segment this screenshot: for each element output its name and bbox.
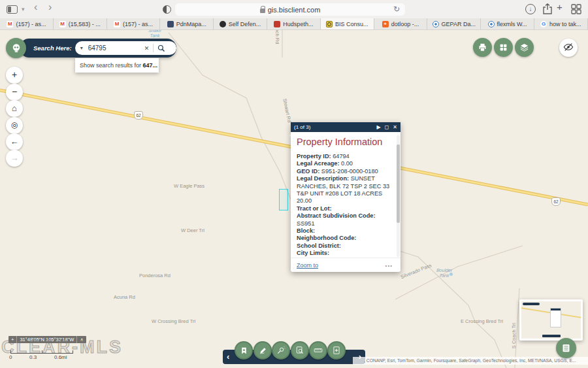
- road-label-w-eagle-pass: W Eagle Pass: [174, 183, 204, 189]
- layers-icon: [519, 42, 529, 52]
- downloads-button[interactable]: ↓: [525, 4, 536, 14]
- draw-tool-button[interactable]: [253, 341, 272, 360]
- tab-google-search[interactable]: Ghow to tak...: [534, 18, 588, 29]
- browser-forward-button[interactable]: ›: [48, 3, 52, 12]
- zoom-in-button[interactable]: +: [6, 67, 23, 84]
- highway-shield-62: 62: [134, 111, 143, 120]
- field-city-limits: City Limits:: [297, 250, 392, 257]
- hide-ui-button[interactable]: [559, 39, 578, 57]
- pdnmapa-icon: [167, 21, 174, 27]
- bookmarks-tool-button[interactable]: [235, 341, 253, 360]
- pencil-icon: [259, 346, 267, 355]
- popup-pager: (1 of 3): [294, 124, 373, 130]
- reload-icon[interactable]: ↻: [393, 5, 400, 14]
- popup-header[interactable]: (1 of 3) ▶ ◻ ✕: [291, 122, 400, 132]
- hudspeth-icon: [274, 21, 280, 27]
- selected-parcel-highlight[interactable]: [279, 189, 288, 210]
- road-label-w-deer-trl: W Deer Trl: [181, 227, 204, 233]
- field-neighborhood-code: Neighborhood Code:: [297, 235, 392, 242]
- gmail-icon: M: [59, 21, 66, 27]
- privacy-shield-icon[interactable]: [163, 5, 171, 14]
- scale-tick-0: 0: [9, 354, 12, 360]
- highway-shield-62: 62: [551, 197, 561, 206]
- share-icon[interactable]: [542, 3, 553, 15]
- add-data-tool-button[interactable]: [327, 341, 346, 360]
- search-label: Search Here:: [33, 44, 72, 52]
- overview-map[interactable]: [519, 299, 583, 341]
- new-tab-button[interactable]: +: [557, 3, 563, 12]
- locate-me-button[interactable]: ◎: [6, 117, 23, 134]
- road-label-ranch-rd: Ranch Rd: [274, 30, 280, 44]
- scale-bar: [10, 350, 73, 354]
- water-label-snake-tank: Snake Tank: [145, 30, 165, 39]
- tab-overview-icon[interactable]: [571, 4, 581, 14]
- document-search-icon: [295, 346, 304, 355]
- popup-next-feature-icon[interactable]: ▶: [377, 124, 381, 130]
- tab-flexmls[interactable]: flexmls W...: [481, 18, 534, 29]
- search-suggestion[interactable]: Show search results for 647...: [75, 58, 159, 73]
- measure-tool-button[interactable]: [309, 341, 327, 360]
- popup-close-icon[interactable]: ✕: [393, 124, 397, 130]
- road-label-w-crossing-bred-trl: W Crossing Bred Trl: [152, 318, 195, 324]
- search-icon[interactable]: [157, 44, 165, 52]
- popup-more-actions-icon[interactable]: •••: [385, 263, 393, 269]
- skull-logo-icon: [10, 42, 22, 54]
- popup-body: Property Information Property ID: 64794 …: [291, 132, 400, 258]
- field-school-district: School District:: [297, 243, 392, 250]
- sidebar-icon[interactable]: [7, 5, 18, 14]
- tab-hudspeth[interactable]: Hudspeth...: [267, 18, 321, 29]
- address-bar[interactable]: gis.bisclient.com ↻: [175, 3, 405, 16]
- search-input-wrap: ▾ ✕: [75, 41, 176, 55]
- tab-gmail-3[interactable]: M(157) - as...: [107, 18, 161, 29]
- print-button[interactable]: [473, 38, 492, 57]
- tab-pdnmapa[interactable]: PdnMapa...: [160, 18, 214, 29]
- tab-gepar[interactable]: GEPAR Da...: [427, 18, 481, 29]
- tab-gmail-1[interactable]: M(157) - as...: [0, 18, 54, 29]
- gmail-icon: M: [114, 21, 120, 27]
- field-geo-id: GEO ID: S951-208-0000-0180: [297, 168, 392, 175]
- popup-footer: Zoom to •••: [291, 258, 400, 272]
- tab-self-defense[interactable]: Self Defen...: [214, 18, 267, 29]
- next-extent-button[interactable]: →: [6, 150, 23, 167]
- basemap-gallery-button[interactable]: [494, 38, 513, 57]
- chevron-down-icon[interactable]: ▾: [22, 5, 25, 14]
- layers-button[interactable]: [515, 38, 534, 57]
- tab-bar: M(157) - as... M(15,583) - ... M(157) - …: [0, 18, 588, 30]
- map-canvas[interactable]: Snake Tank Ranch Rd Stewart Rd W Eagle P…: [0, 30, 588, 368]
- scale-tick-2: 0.6mi: [54, 354, 67, 360]
- app-logo: [6, 38, 26, 58]
- road-label-ponderosa-rd: Ponderosa Rd: [139, 273, 171, 278]
- tab-bis-consulting[interactable]: BIS Consu...: [321, 18, 374, 29]
- tab-dotloop[interactable]: +dotloop -...: [374, 18, 428, 29]
- select-tool-button[interactable]: [272, 341, 290, 360]
- legend-button[interactable]: [556, 338, 576, 358]
- scale-tick-1: 0.3: [29, 354, 37, 360]
- ruler-icon: [314, 346, 323, 355]
- popup-title: Property Information: [297, 137, 395, 147]
- grid-icon: [499, 43, 508, 52]
- popup-scrollbar[interactable]: [397, 135, 400, 257]
- search-input[interactable]: [88, 44, 144, 52]
- toolbar-prev-icon[interactable]: ‹: [227, 352, 229, 361]
- input-divider: [153, 44, 154, 52]
- map-search-bar: Search Here: ▾ ✕: [20, 39, 176, 58]
- self-defense-icon: [220, 21, 226, 27]
- browser-back-button[interactable]: ‹: [34, 3, 37, 12]
- field-tract-or-lot: Tract or Lot:: [297, 205, 392, 212]
- water-label-boulder-tank: Boulder Tank: [433, 268, 455, 278]
- tab-gmail-2[interactable]: M(15,583) - ...: [54, 18, 107, 29]
- clear-search-icon[interactable]: ✕: [144, 45, 150, 52]
- dotloop-icon: +: [382, 21, 389, 27]
- previous-extent-button[interactable]: ←: [6, 133, 23, 150]
- field-legal-acreage: Legal Acreage: 0.00: [297, 160, 392, 167]
- home-extent-button[interactable]: ⌂: [6, 100, 23, 117]
- search-type-caret-icon[interactable]: ▾: [80, 45, 83, 51]
- query-tool-button[interactable]: [291, 341, 309, 360]
- zoom-to-link[interactable]: Zoom to: [297, 262, 318, 269]
- road-label-s-coach-trl: S Coach Trl: [511, 323, 517, 348]
- popup-scrollbar-thumb[interactable]: [397, 144, 400, 223]
- zoom-out-button[interactable]: −: [6, 84, 23, 101]
- popup-maximize-icon[interactable]: ◻: [385, 124, 389, 130]
- flexmls-icon: [488, 21, 495, 27]
- gepar-icon: [433, 21, 439, 27]
